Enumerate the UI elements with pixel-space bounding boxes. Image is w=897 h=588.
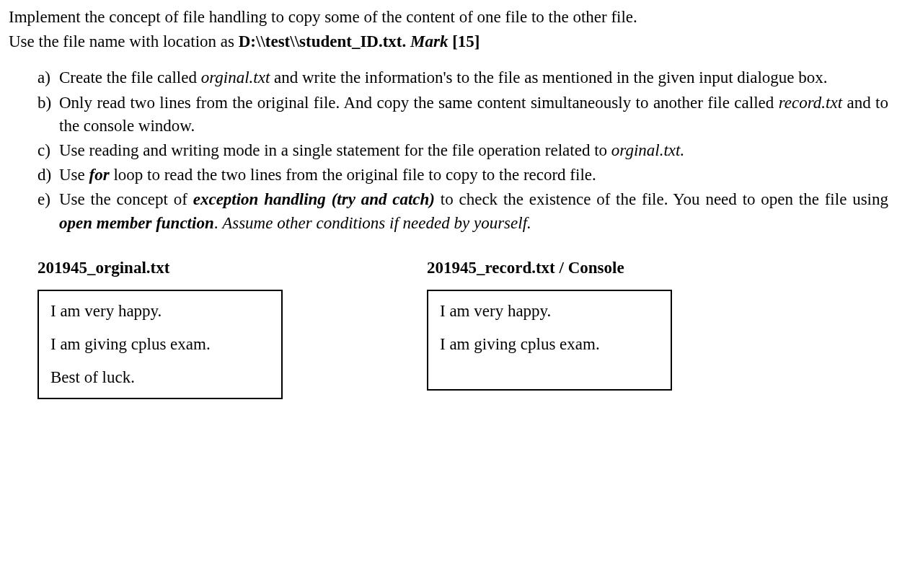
list-item: c)Use reading and writing mode in a sing…	[37, 139, 888, 162]
right-text-box: I am very happy.I am giving cplus exam.	[427, 290, 672, 391]
item-text-part: Use the concept of	[59, 190, 193, 208]
list-item: d)Use for loop to read the two lines fro…	[37, 164, 888, 187]
item-marker: c)	[37, 139, 50, 162]
list-item: b)Only read two lines from the original …	[37, 92, 888, 138]
item-text-part: for	[89, 166, 110, 184]
item-text-part: to check the existence of the file. You …	[435, 190, 888, 208]
left-box-column: 201945_orginal.txt I am very happy.I am …	[37, 257, 283, 400]
right-box-title: 201945_record.txt / Console	[427, 257, 672, 280]
item-marker: d)	[37, 164, 51, 187]
item-text-part: Only read two lines from the original fi…	[59, 94, 779, 112]
question-list: a)Create the file called orginal.txt and…	[9, 66, 888, 234]
intro-mark-label: Mark	[410, 32, 448, 50]
output-boxes: 201945_orginal.txt I am very happy.I am …	[9, 257, 888, 400]
item-marker: a)	[37, 66, 50, 89]
item-text-part: loop to read the two lines from the orig…	[110, 166, 596, 184]
box-line: I am very happy.	[440, 300, 659, 323]
box-line: I am giving cplus exam.	[50, 333, 270, 356]
item-text-part: .	[214, 214, 223, 232]
item-text-part: Use reading and writing mode in a single…	[59, 141, 611, 159]
item-text-part: Assume other conditions if needed by you…	[222, 214, 531, 232]
intro-filename-bold: D:\\test\\student_ID.txt.	[239, 32, 410, 50]
intro-line-1: Implement the concept of file handling t…	[9, 6, 888, 29]
item-text-part: open member function	[59, 214, 214, 232]
box-line: Best of luck.	[50, 366, 270, 389]
list-item: a)Create the file called orginal.txt and…	[37, 66, 888, 89]
item-text-part: and write the information's to the file …	[270, 68, 827, 86]
intro-prefix: Use the file name with location as	[9, 32, 239, 50]
item-text-part: Use	[59, 166, 89, 184]
list-item: e)Use the concept of exception handling …	[37, 188, 888, 234]
item-marker: b)	[37, 92, 51, 115]
item-text-part: record.txt	[779, 94, 842, 112]
left-text-box: I am very happy.I am giving cplus exam.B…	[37, 290, 283, 400]
left-box-title: 201945_orginal.txt	[37, 257, 283, 280]
item-marker: e)	[37, 188, 50, 211]
box-line: I am giving cplus exam.	[440, 333, 659, 356]
item-text-part: orginal.txt.	[611, 141, 684, 159]
item-text-part: Create the file called	[59, 68, 201, 86]
right-box-column: 201945_record.txt / Console I am very ha…	[427, 257, 672, 400]
intro-mark-value: [15]	[448, 32, 480, 50]
intro-line-2: Use the file name with location as D:\\t…	[9, 30, 888, 53]
box-line: I am very happy.	[50, 300, 270, 323]
item-text-part: exception handling (try and catch)	[193, 190, 435, 208]
item-text-part: orginal.txt	[201, 68, 270, 86]
